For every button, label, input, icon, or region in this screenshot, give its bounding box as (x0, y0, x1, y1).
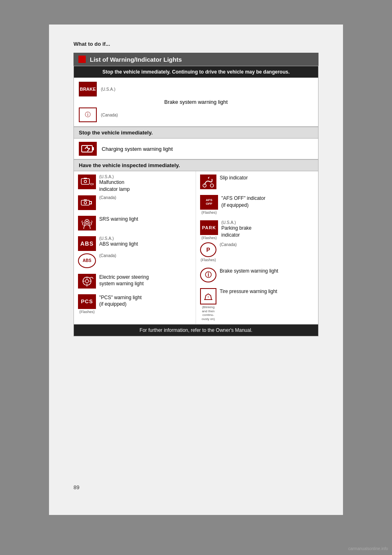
slip-label: Slip indicator (220, 175, 248, 181)
park-item: PARK (Flashes) (U.S.A.) Parking brake in… (200, 220, 314, 262)
tire-label: Tire pressure warning light (220, 288, 277, 295)
afs-icon: AFS OFF (200, 195, 218, 210)
svg-point-11 (84, 201, 87, 204)
svg-text:CHECK: CHECK (90, 182, 94, 186)
tire-icon: ! (200, 288, 216, 304)
svg-point-19 (89, 223, 91, 225)
park-canada-wrapper: P (Flashes) (200, 242, 216, 262)
park-label: Parking brake indicator (221, 225, 252, 239)
pcs-label: "PCS" warning light (if equipped) (99, 294, 142, 308)
brake-warn-icon: ⓘ (200, 268, 216, 282)
svg-rect-13 (89, 201, 91, 202)
malfunction-usa-label: (U.S.A.) (99, 175, 130, 179)
svg-rect-6 (81, 179, 89, 184)
inspect-heading: Have the vehicle inspected immediately. (74, 159, 318, 171)
watermark: carmanualsonline.info (348, 546, 388, 551)
afs-label: "AFS OFF" indicator (if equipped) (221, 195, 265, 209)
svg-line-5 (87, 148, 90, 151)
engine-canada-icon (78, 195, 96, 210)
park-canada-flashes: (Flashes) (200, 258, 216, 262)
tire-sublabel: (Blinking and then continu- ously on) (202, 305, 215, 321)
afs-flashes: (Flashes) (201, 210, 217, 215)
pcs-icon: PCS (78, 294, 96, 309)
park-usa-label: (U.S.A.) (221, 220, 252, 225)
tire-icon-wrapper: ! (Blinking and then continu- ously on) (200, 288, 216, 321)
brake-usa-icon: BRAKE (79, 82, 97, 96)
park-flashes: (Flashes) (201, 236, 217, 240)
eps-icon: ! (78, 274, 96, 289)
brake-canada-row: ⓘ (Canada) (79, 107, 313, 122)
slip-icon (200, 175, 216, 189)
stop-immediate-heading: Stop the vehicle immediately. (74, 127, 318, 139)
footer-bar: For further information, refer to the Ow… (74, 324, 318, 336)
park-canada-icon: P (200, 242, 216, 257)
pcs-item: PCS (Flashes) "PCS" warning light (if eq… (78, 294, 192, 314)
abs-label: ABS warning light (99, 241, 138, 248)
brake-usa-row: BRAKE (U.S.A.) (79, 82, 313, 96)
pcs-flashes: (Flashes) (79, 310, 95, 314)
malfunction-item: CHECK (U.S.A.) Malfunction indicator lam… (78, 175, 192, 210)
brake-section: BRAKE (U.S.A.) Brake system warning ligh… (74, 78, 318, 127)
inspect-right: Slip indicator AFS OFF (Flashes) "AFS OF… (196, 171, 318, 324)
page: What to do if... List of Warning/Indicat… (49, 25, 343, 515)
pcs-icon-wrapper: PCS (Flashes) (78, 294, 96, 314)
abs-canada-icon: ABS (78, 253, 96, 268)
warning-table: Stop the vehicle immediately. Continuing… (74, 66, 318, 336)
abs-usa-icon: ABS (78, 236, 96, 251)
svg-rect-1 (92, 147, 94, 150)
inspect-grid: CHECK (U.S.A.) Malfunction indicator lam… (74, 171, 318, 324)
charging-row: Charging system warning light (74, 139, 318, 159)
svg-rect-14 (89, 204, 91, 204)
svg-point-24 (210, 184, 214, 187)
svg-rect-12 (84, 199, 87, 201)
brake-warn-label: Brake system warning light (220, 268, 278, 275)
eps-label: Electric power steering system warning l… (99, 274, 149, 288)
svg-rect-8 (84, 178, 87, 179)
brake-usa-label: (U.S.A.) (101, 87, 116, 92)
svg-rect-15 (91, 201, 92, 204)
svg-point-7 (84, 180, 87, 183)
brake-label: Brake system warning light (79, 99, 313, 105)
danger-notice: Stop the vehicle immediately. Continuing… (74, 66, 318, 78)
afs-icon-wrapper: AFS OFF (Flashes) (200, 195, 218, 215)
svg-point-17 (86, 221, 88, 222)
section-title: List of Warning/Indicator Lights (90, 56, 182, 63)
park-usa-icon: PARK (200, 220, 218, 235)
srs-item: SRS warning light (78, 216, 192, 231)
svg-point-21 (85, 280, 89, 283)
abs-item: ABS (U.S.A.) ABS warning light ABS (Cana… (78, 236, 192, 268)
inspect-left: CHECK (U.S.A.) Malfunction indicator lam… (74, 171, 196, 324)
charging-icon (79, 142, 97, 156)
svg-text:!: ! (208, 295, 209, 298)
charging-label: Charging system warning light (102, 146, 173, 152)
afs-item: AFS OFF (Flashes) "AFS OFF" indicator (i… (200, 195, 314, 215)
abs-usa-label: (U.S.A.) (99, 236, 138, 241)
section-header: List of Warning/Indicator Lights (74, 53, 318, 66)
malfunction-canada-label: (Canada) (99, 195, 116, 200)
srs-label: SRS warning light (99, 216, 138, 223)
park-usa-wrapper: PARK (Flashes) (200, 220, 218, 240)
abs-canada-label: (Canada) (99, 253, 116, 258)
red-box-icon (78, 56, 86, 63)
eps-item: ! Electric power steering system warning… (78, 274, 192, 289)
park-canada-label: (Canada) (220, 242, 237, 247)
brake-canada-icon: ⓘ (79, 107, 97, 122)
brake-warn-item: ⓘ Brake system warning light (200, 268, 314, 282)
section-label: What to do if... (74, 41, 318, 47)
brake-canada-label: (Canada) (101, 113, 118, 117)
svg-rect-10 (81, 200, 89, 205)
slip-item: Slip indicator (200, 175, 314, 189)
check-engine-icon: CHECK (78, 175, 96, 189)
tire-item: ! (Blinking and then continu- ously on) … (200, 288, 314, 321)
svg-text:!: ! (87, 285, 87, 287)
malfunction-text: Malfunction indicator lamp (99, 179, 130, 193)
svg-point-18 (82, 223, 85, 225)
srs-icon (78, 216, 96, 231)
page-number: 89 (74, 484, 79, 490)
